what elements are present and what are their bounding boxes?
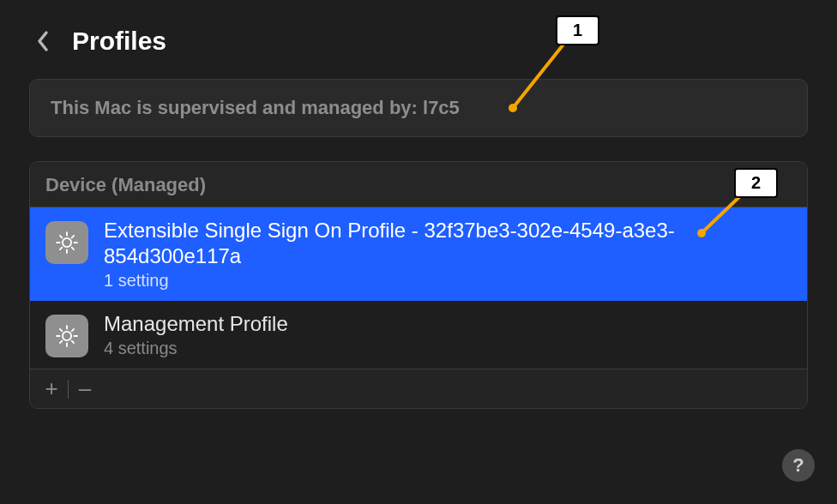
list-footer: + – bbox=[30, 369, 807, 408]
profile-text: Extensible Single Sign On Profile - 32f3… bbox=[104, 218, 792, 291]
gear-icon bbox=[45, 221, 88, 264]
profile-title: Management Profile bbox=[104, 311, 288, 337]
footer-separator bbox=[68, 380, 69, 399]
chevron-left-icon bbox=[36, 29, 50, 53]
list-section-header: Device (Managed) bbox=[30, 162, 807, 207]
profile-subtitle: 4 settings bbox=[104, 339, 288, 358]
supervision-text: This Mac is supervised and managed by: l… bbox=[51, 97, 786, 119]
profile-row[interactable]: Management Profile 4 settings bbox=[30, 301, 807, 369]
svg-point-1 bbox=[63, 332, 71, 340]
callout-badge-2: 2 bbox=[734, 168, 778, 198]
profile-title: Extensible Single Sign On Profile - 32f3… bbox=[104, 218, 792, 269]
callout-badge-1: 1 bbox=[556, 15, 599, 45]
list-section-header-text: Device (Managed) bbox=[45, 174, 792, 196]
profiles-list: Device (Managed) Extensible Single Sign … bbox=[29, 161, 808, 409]
back-button[interactable] bbox=[31, 24, 55, 58]
supervision-banner: This Mac is supervised and managed by: l… bbox=[29, 79, 808, 137]
profile-row[interactable]: Extensible Single Sign On Profile - 32f3… bbox=[30, 207, 807, 301]
profile-text: Management Profile 4 settings bbox=[104, 311, 288, 358]
header: Profiles bbox=[0, 0, 837, 75]
remove-profile-button[interactable]: – bbox=[72, 376, 98, 402]
help-icon: ? bbox=[792, 454, 804, 477]
page-title: Profiles bbox=[72, 27, 166, 56]
help-button[interactable]: ? bbox=[782, 449, 815, 482]
svg-point-0 bbox=[63, 238, 71, 247]
add-profile-button[interactable]: + bbox=[39, 376, 64, 402]
profile-subtitle: 1 setting bbox=[104, 271, 792, 291]
gear-icon bbox=[45, 315, 88, 357]
